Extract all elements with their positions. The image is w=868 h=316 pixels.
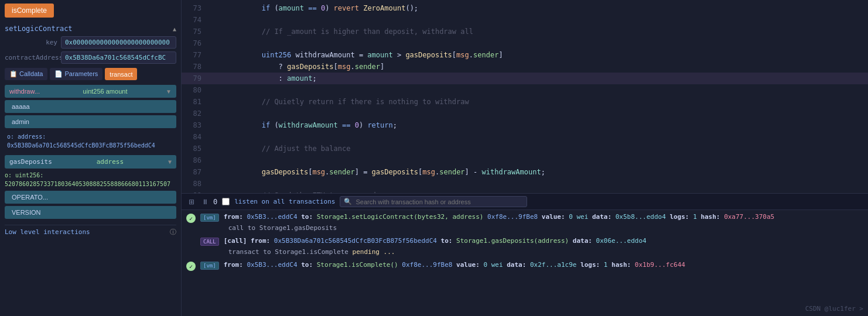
tx-sub-1: call to Storage1.gasDeposits (224, 224, 863, 233)
line-num-82: 82 (182, 108, 211, 119)
line-content-73: if (amount == 0) revert ZeroAmount(); (211, 3, 418, 13)
csdn-watermark: CSDN @luc1fer > (805, 305, 863, 312)
code-line-87: 87 gasDeposits[msg.sender] = gasDeposits… (182, 166, 868, 178)
code-line-77: 77 uint256 withdrawAmount = amount > gas… (182, 49, 868, 61)
line-content-81: // Quietly return if there is nothing to… (211, 97, 469, 107)
code-line-74: 74 (182, 14, 868, 26)
line-num-73: 73 (182, 3, 211, 13)
contract-address-field-row: contractAddress: 0x5B38Da6a701c568545dCf… (5, 51, 176, 64)
info-icon[interactable]: ⓘ (170, 228, 176, 236)
tx-item-1: ✓ [vm] from: 0x5B3...eddC4 to: Storage1.… (186, 212, 863, 233)
bottom-panel: ⊞ ⏸ 0 listen on all transactions 🔍 ✓ [vm… (182, 193, 868, 316)
listen-checkbox[interactable] (222, 198, 230, 205)
withdraw-param: uint256 amount (83, 88, 128, 95)
tab-row: 📋 Calldata 📄 Parameters transact (5, 68, 176, 80)
key-value[interactable]: 0x0000000000000000000000000 (61, 36, 176, 49)
tx-sub-2: transact to Storage1.isComplete pending … (224, 248, 863, 257)
code-line-83: 83 if (withdrawAmount == 0) return; (182, 119, 868, 131)
line-content-75: // If _amount is higher than deposit, wi… (211, 26, 473, 37)
line-num-87: 87 (182, 167, 211, 177)
low-level-label: Low level interactions (5, 228, 90, 236)
parameters-tab[interactable]: 📄 Parameters (50, 68, 102, 80)
line-content-83: if (withdrawAmount == 0) return; (211, 120, 397, 130)
line-content-87: gasDeposits[msg.sender] = gasDeposits[ms… (211, 167, 545, 177)
tx-content-3: from: 0x5B3...eddC4 to: Storage1.isCompl… (224, 260, 863, 270)
line-num-86: 86 (182, 155, 211, 166)
listen-label: listen on all transactions (234, 198, 335, 205)
code-line-88: 88 (182, 178, 868, 190)
line-content-77: uint256 withdrawAmount = amount > gasDep… (211, 50, 503, 60)
line-num-76: 76 (182, 38, 211, 49)
set-logic-contract-label: setLogicContract (5, 25, 73, 33)
withdraw-button[interactable]: withdraw... uint256 amount ▼ (5, 85, 176, 98)
tx-item-2: CALL [call] from: 0x5B38Da6a701c568545dC… (186, 236, 863, 257)
tx-badge-3: [vm] (200, 262, 219, 270)
code-lines: 73 if (amount == 0) revert ZeroAmount();… (182, 0, 868, 193)
tx-count: 0 (213, 198, 217, 206)
line-num-79: 79 (182, 73, 211, 84)
line-num-81: 81 (182, 97, 211, 107)
parameters-icon: 📄 (54, 70, 63, 77)
tx-status-3: ✓ (186, 262, 196, 271)
pause-icon[interactable]: ⏸ (199, 197, 211, 207)
set-logic-contract-section: setLogicContract ▲ (5, 25, 176, 33)
version-button[interactable]: VERSION (5, 206, 176, 219)
main-area: 73 if (amount == 0) revert ZeroAmount();… (182, 0, 868, 316)
line-num-85: 85 (182, 143, 211, 154)
tx-content-1: from: 0x5B3...eddC4 to: Storage1.setLogi… (224, 212, 863, 233)
code-line-86: 86 (182, 154, 868, 166)
admin-button[interactable]: admin (5, 115, 176, 128)
gas-deposits-label: gasDeposits (9, 158, 52, 166)
toolbar-icons: ⊞ ⏸ 0 (186, 197, 217, 207)
transact-tab[interactable]: transact (105, 68, 137, 80)
bottom-toolbar: ⊞ ⏸ 0 listen on all transactions 🔍 (182, 194, 868, 210)
calldata-icon: 📋 (9, 70, 18, 77)
is-complete-button[interactable]: isComplete (5, 4, 54, 18)
all-transactions-link[interactable]: all transactions (273, 198, 335, 205)
withdraw-label: withdraw... (9, 88, 40, 95)
tx-content-2: [call] from: 0x5B38Da6a701c568545dCfcB03… (224, 236, 863, 257)
code-line-73: 73 if (amount == 0) revert ZeroAmount(); (182, 2, 868, 14)
code-line-76: 76 (182, 37, 868, 49)
line-content-79: : amount; (211, 73, 317, 84)
parameters-label: Parameters (64, 70, 98, 77)
line-content-78: ? gasDeposits[msg.sender] (211, 61, 384, 72)
code-editor[interactable]: 73 if (amount == 0) revert ZeroAmount();… (182, 0, 868, 193)
code-line-84: 84 (182, 131, 868, 143)
code-line-78: 78 ? gasDeposits[msg.sender] (182, 61, 868, 73)
gas-deposits-section[interactable]: gasDeposits address ▼ (5, 155, 176, 169)
search-input[interactable] (356, 198, 523, 205)
tx-item-3: ✓ [vm] from: 0x5B3...eddC4 to: Storage1.… (186, 260, 863, 271)
code-line-81: 81 // Quietly return if there is nothing… (182, 96, 868, 108)
line-num-78: 78 (182, 61, 211, 72)
low-level-interactions: Low level interactions ⓘ (5, 225, 176, 236)
gas-deposits-param: address (97, 158, 124, 166)
transaction-list[interactable]: ✓ [vm] from: 0x5B3...eddC4 to: Storage1.… (182, 210, 868, 316)
search-icon: 🔍 (344, 198, 352, 205)
line-num-80: 80 (182, 85, 211, 95)
uint256-info: o: uint256: 5207860285733718036405308882… (5, 171, 176, 188)
code-line-82: 82 (182, 108, 868, 119)
line-num-83: 83 (182, 120, 211, 130)
key-field-row: key 0x0000000000000000000000000 (5, 36, 176, 49)
contract-address-label: contractAddress: (5, 54, 57, 61)
key-label: key (5, 39, 57, 46)
code-line-85: 85 // Adjust the balance (182, 143, 868, 154)
gas-deposits-chevron: ▼ (168, 159, 172, 165)
fold-icon[interactable]: ⊞ (186, 197, 197, 207)
aaaaa-button[interactable]: aaaaa (5, 100, 176, 113)
line-content-85: // Adjust the balance (211, 143, 350, 154)
address-info: o: address: 0x5B38Da6a701c568545dCfcB03F… (5, 130, 176, 152)
tx-badge-2: CALL (200, 238, 219, 246)
calldata-tab[interactable]: 📋 Calldata (5, 68, 47, 80)
sidebar: isComplete setLogicContract ▲ key 0x0000… (0, 0, 182, 316)
operator-button[interactable]: OPERATO... (5, 191, 176, 204)
code-line-80: 80 (182, 84, 868, 96)
line-num-88: 88 (182, 178, 211, 189)
code-line-75: 75 // If _amount is higher than deposit,… (182, 26, 868, 37)
set-logic-contract-chevron[interactable]: ▲ (173, 26, 176, 32)
search-box: 🔍 (340, 196, 527, 207)
line-num-84: 84 (182, 132, 211, 142)
tx-badge-1: [vm] (200, 214, 219, 222)
contract-address-value[interactable]: 0x5B38Da6a701c568545dCfcBC (61, 51, 176, 64)
